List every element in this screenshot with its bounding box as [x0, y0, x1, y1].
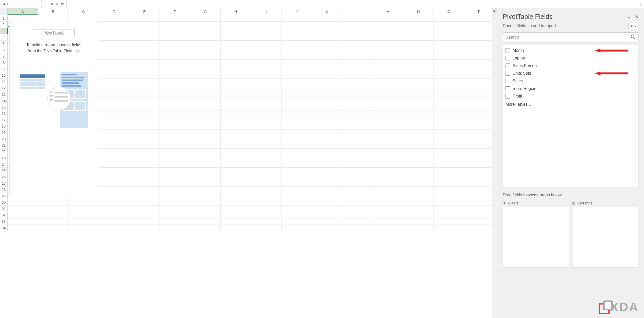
row-header-4[interactable]: 4: [0, 34, 8, 41]
cell-G10[interactable]: [190, 72, 221, 79]
cell-P16[interactable]: [464, 110, 495, 117]
cell-M2[interactable]: [373, 22, 403, 28]
cell-E34[interactable]: [129, 225, 160, 231]
col-header-n[interactable]: N: [403, 8, 434, 15]
cell-I17[interactable]: [251, 117, 282, 123]
cell-M1[interactable]: [373, 15, 403, 22]
row-header-2[interactable]: 2: [0, 22, 8, 28]
select-all-corner[interactable]: [0, 8, 8, 15]
cell-G28[interactable]: [190, 187, 221, 193]
cell-A33[interactable]: [8, 218, 38, 225]
cell-M14[interactable]: [373, 98, 403, 104]
cell-G20[interactable]: [190, 136, 221, 142]
cell-M12[interactable]: [373, 85, 403, 91]
accept-icon[interactable]: ✓: [56, 2, 59, 6]
cell-P30[interactable]: [464, 199, 495, 206]
cell-I6[interactable]: [251, 47, 282, 53]
cell-F28[interactable]: [160, 187, 190, 193]
formula-input[interactable]: [67, 0, 636, 8]
col-header-j[interactable]: J: [282, 8, 312, 15]
cell-K2[interactable]: [312, 22, 342, 28]
cell-G5[interactable]: [190, 41, 221, 47]
cell-F5[interactable]: [160, 41, 190, 47]
field-checkbox[interactable]: [506, 86, 510, 91]
cell-N29[interactable]: [403, 193, 434, 199]
cell-O12[interactable]: [434, 85, 464, 91]
cell-I5[interactable]: [251, 41, 282, 47]
cell-J26[interactable]: [282, 174, 312, 180]
cell-C32[interactable]: [68, 212, 99, 218]
cell-N8[interactable]: [403, 60, 434, 66]
cell-N14[interactable]: [403, 98, 434, 104]
cell-O31[interactable]: [434, 206, 464, 212]
cell-K16[interactable]: [312, 110, 342, 117]
col-header-g[interactable]: G: [190, 8, 221, 15]
cell-N17[interactable]: [403, 117, 434, 123]
cell-E26[interactable]: [129, 174, 160, 180]
row-header-16[interactable]: 16: [0, 110, 8, 117]
cell-I30[interactable]: [251, 199, 282, 206]
cell-O26[interactable]: [434, 174, 464, 180]
cell-F8[interactable]: [160, 60, 190, 66]
cell-H21[interactable]: [221, 142, 251, 149]
cell-K6[interactable]: [312, 47, 342, 53]
cell-D18[interactable]: [99, 123, 129, 130]
field-checkbox[interactable]: [506, 94, 510, 99]
cell-N30[interactable]: [403, 199, 434, 206]
cell-J13[interactable]: [282, 91, 312, 98]
cell-J6[interactable]: [282, 47, 312, 53]
cell-M21[interactable]: [373, 142, 403, 149]
cell-J8[interactable]: [282, 60, 312, 66]
cell-K11[interactable]: [312, 79, 342, 85]
cell-G26[interactable]: [190, 174, 221, 180]
cell-B32[interactable]: [38, 212, 68, 218]
cell-M32[interactable]: [373, 212, 403, 218]
cell-E15[interactable]: [129, 104, 160, 110]
cell-K4[interactable]: [312, 34, 342, 41]
cell-N4[interactable]: [403, 34, 434, 41]
row-header-26[interactable]: 26: [0, 174, 8, 180]
row-header-32[interactable]: 32: [0, 212, 8, 218]
cell-D30[interactable]: [99, 199, 129, 206]
row-header-28[interactable]: 28: [0, 187, 8, 193]
cell-J31[interactable]: [282, 206, 312, 212]
cell-I26[interactable]: [251, 174, 282, 180]
cell-O8[interactable]: [434, 60, 464, 66]
cell-N31[interactable]: [403, 206, 434, 212]
cell-A34[interactable]: [8, 225, 38, 231]
cell-I19[interactable]: [251, 130, 282, 136]
cell-K34[interactable]: [312, 225, 342, 231]
cell-L7[interactable]: [342, 53, 373, 60]
cell-G22[interactable]: [190, 149, 221, 155]
cell-N12[interactable]: [403, 85, 434, 91]
cell-O13[interactable]: [434, 91, 464, 98]
cell-I21[interactable]: [251, 142, 282, 149]
cell-J19[interactable]: [282, 130, 312, 136]
cell-I27[interactable]: [251, 180, 282, 187]
cell-I15[interactable]: [251, 104, 282, 110]
cell-H1[interactable]: [221, 15, 251, 22]
col-header-p[interactable]: P: [464, 8, 495, 15]
cell-D13[interactable]: [99, 91, 129, 98]
row-header-6[interactable]: 6: [0, 47, 8, 53]
field-checkbox[interactable]: [506, 71, 510, 76]
cell-O14[interactable]: [434, 98, 464, 104]
cell-F21[interactable]: [160, 142, 190, 149]
row-header-13[interactable]: 13: [0, 91, 8, 98]
cell-P34[interactable]: [464, 225, 495, 231]
cell-O24[interactable]: [434, 161, 464, 168]
cell-B30[interactable]: [38, 199, 68, 206]
cell-G24[interactable]: [190, 161, 221, 168]
cell-P21[interactable]: [464, 142, 495, 149]
cell-G23[interactable]: [190, 155, 221, 161]
cell-M34[interactable]: [373, 225, 403, 231]
cell-G32[interactable]: [190, 212, 221, 218]
cell-D7[interactable]: [99, 53, 129, 60]
cell-O29[interactable]: [434, 193, 464, 199]
row-header-12[interactable]: 12: [0, 85, 8, 91]
cell-H22[interactable]: [221, 149, 251, 155]
cell-J32[interactable]: [282, 212, 312, 218]
cell-N19[interactable]: [403, 130, 434, 136]
cell-E31[interactable]: [129, 206, 160, 212]
cell-E7[interactable]: [129, 53, 160, 60]
